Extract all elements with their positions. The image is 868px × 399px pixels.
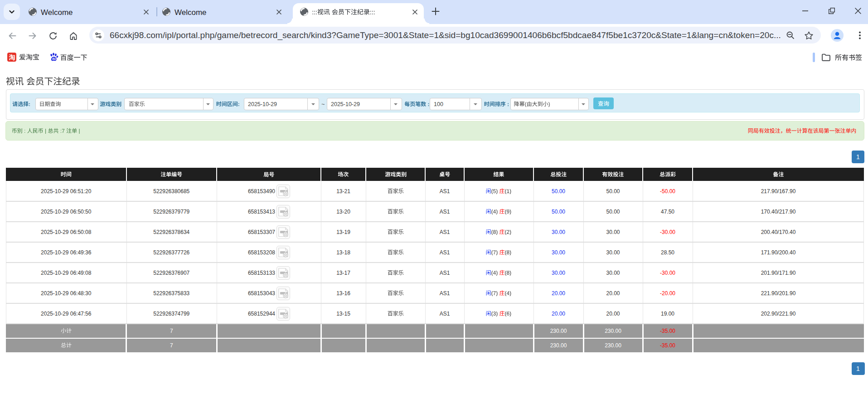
svg-text:du: du bbox=[52, 57, 56, 60]
